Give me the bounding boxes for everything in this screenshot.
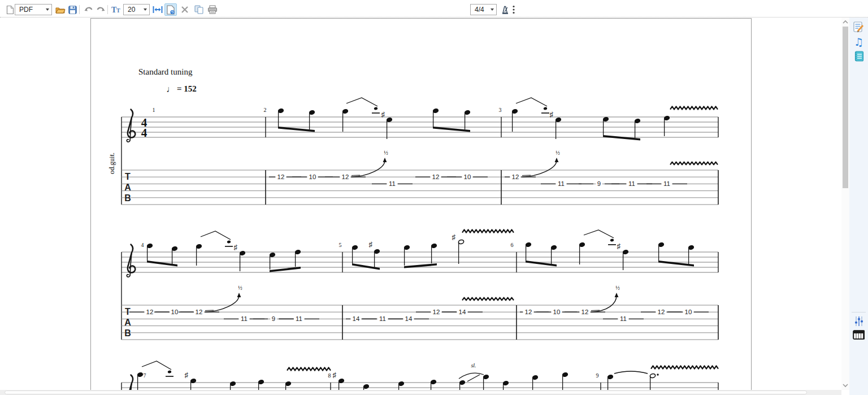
bend-arrow [615,293,619,297]
mixer-icon [854,316,864,327]
music-note-icon: ♫ [854,36,863,48]
print-button[interactable] [207,4,218,15]
tab-fret-number: 12 [433,309,440,315]
sharp-sign: ♯ [333,371,337,379]
vibrato-squiggle [287,367,331,370]
time-sig-bottom: 4 [141,126,147,140]
chevron-down-icon [141,5,149,15]
tab-fret-number: 11 [379,315,386,322]
redo-icon [96,6,106,14]
score-properties-button[interactable] [853,21,865,33]
new-file-icon [6,5,14,15]
bend-hat [584,230,614,238]
tab-fret-number: 9 [597,180,601,187]
menu-file[interactable]: File [6,0,16,2]
tab-fret-number: 12 [146,309,154,315]
bend-amount-label: ½ [238,285,242,291]
undo-button[interactable] [83,4,94,15]
font-size-button[interactable]: T T [111,4,122,15]
slide-line [467,375,480,381]
export-format-value: PDF [19,6,33,14]
measure-number: 3 [499,107,502,113]
reload-pages-button[interactable] [193,4,205,15]
chevron-down-icon [488,5,496,15]
page-view-button[interactable] [164,3,177,16]
new-file-button[interactable] [5,4,16,15]
tab-fret-number: 11 [628,180,635,187]
sharp-sign: ♯ [381,110,385,119]
tab-fret-number: 10 [309,173,316,180]
slide-label: sl. [471,362,476,368]
horizontal-scrollbar[interactable] [0,390,841,395]
measure-number: 4 [141,242,144,248]
vibrato-squiggle [670,162,718,165]
bend-start-line [591,310,600,311]
tab-fret-number: 12 [525,309,532,315]
bend-arrow [383,158,387,162]
toolbar: PDF T T 20 [0,2,868,18]
vertical-scrollbar[interactable] [841,18,849,390]
tempo-note-icon: ♩ [166,84,175,94]
system-1: 44123♯♯TAB121012111210121191111½½ [121,98,718,205]
vertical-scrollbar-thumb[interactable] [843,27,848,188]
tab-fret-number: 12 [512,173,519,180]
grace-note-head [227,240,231,244]
sidebar-divider [852,312,866,312]
fit-width-icon [153,6,163,14]
tab-fret-number: 11 [558,180,565,187]
menu-bar: File Tool Help [0,0,63,2]
sharp-sign: ♯ [369,240,373,249]
tab-fret-number: 10 [685,309,692,315]
bend-start-line [205,310,214,311]
tuning-book-button[interactable] [853,50,865,62]
time-signature-select[interactable]: 4/4 [470,4,497,15]
tab-fret-number: 12 [196,309,203,315]
horizontal-scrollbar-thumb[interactable] [5,390,807,394]
sharp-sign: ♯ [617,242,621,250]
grace-note-head [167,370,171,374]
grace-note-head [610,238,614,242]
export-format-select[interactable]: PDF [15,4,52,15]
score-page[interactable]: Standard tuning♩= 152od.guit.44123♯♯TAB1… [90,18,752,395]
piano-button[interactable] [853,329,865,341]
menu-tool[interactable]: Tool [27,0,39,2]
measure-number: 8 [328,372,331,379]
bend-start-line [351,175,360,176]
page-view-icon [166,5,175,15]
close-button[interactable] [179,4,190,15]
tab-fret-number: 14 [459,309,466,315]
sharp-sign: ♯ [452,233,456,241]
grace-note-head [543,107,547,110]
open-button[interactable] [55,4,66,15]
font-size-select[interactable]: 20 [123,4,150,15]
beam [147,261,177,267]
tab-fret-number: 11 [663,180,670,187]
right-sidebar: ♫ [849,18,868,395]
sharp-sign: ♯ [234,243,238,251]
undo-icon [84,6,93,14]
metronome-icon [500,5,510,15]
tab-fret-number: 12 [342,173,349,180]
tab-fret-number: 10 [171,309,179,315]
save-button[interactable] [67,4,78,15]
tab-fret-number: 9 [272,315,275,322]
scroll-down-icon[interactable] [842,383,849,388]
tab-fret-number: 12 [581,309,589,315]
chevron-down-icon [43,5,51,15]
save-icon [68,6,77,14]
tab-letter: B [124,328,131,338]
font-size-value: 20 [128,6,135,14]
fit-width-button[interactable] [152,4,163,15]
menu-help[interactable]: Help [49,0,63,2]
scroll-up-icon[interactable] [842,20,849,24]
tab-fret-number: 10 [464,173,471,180]
more-options-button[interactable] [510,4,517,15]
tab-fret-number: 12 [277,173,285,180]
instrument-notes-button[interactable]: ♫ [853,36,865,47]
mixer-button[interactable] [853,315,865,327]
tie-arc [459,373,484,379]
metronome-button[interactable] [499,4,510,15]
measure-number: 5 [339,242,342,248]
tab-fret-number: 10 [553,309,561,315]
redo-button[interactable] [95,4,106,15]
